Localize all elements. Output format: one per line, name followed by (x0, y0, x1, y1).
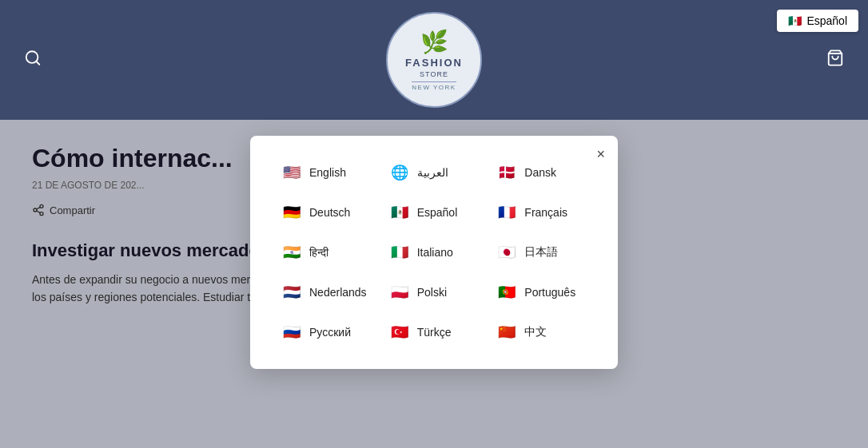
modal-close-button[interactable]: × (596, 147, 605, 161)
lang-flag-icon: 🇲🇽 (788, 14, 802, 27)
language-label: Русский (309, 326, 351, 339)
language-item[interactable]: 🇯🇵日本語 (491, 238, 592, 267)
flag-icon: 🇺🇸 (281, 161, 303, 184)
language-label: 中文 (524, 325, 547, 339)
flag-icon: 🇮🇳 (281, 241, 303, 264)
language-label: Français (524, 206, 567, 219)
flag-icon: 🇯🇵 (496, 241, 518, 264)
content-area: Cómo internac... 21 DE AGOSTO DE 202... … (0, 120, 868, 448)
language-item[interactable]: 🇵🇹Português (491, 278, 592, 307)
language-label: हिन्दी (309, 246, 328, 260)
language-label: Deutsch (309, 206, 350, 219)
language-label: Nederlands (309, 286, 367, 299)
logo-icon: 🌿 (420, 29, 448, 55)
language-item[interactable]: 🇲🇽Español (384, 198, 485, 227)
svg-line-1 (36, 61, 39, 65)
language-item[interactable]: 🌐العربية (384, 158, 485, 187)
language-label: Dansk (524, 166, 556, 179)
language-label: Español (417, 206, 458, 219)
flag-icon: 🇵🇹 (496, 281, 518, 303)
flag-icon: 🇹🇷 (388, 321, 411, 343)
language-item[interactable]: 🇩🇰Dansk (491, 158, 592, 187)
logo-name: FASHION (405, 57, 463, 69)
language-modal: × 🇺🇸English🌐العربية🇩🇰Dansk🇩🇪Deutsch🇲🇽Esp… (250, 136, 618, 369)
cart-icon[interactable] (826, 50, 844, 71)
flag-icon: 🇵🇱 (388, 281, 411, 303)
flag-icon: 🇫🇷 (496, 201, 518, 224)
language-item[interactable]: 🇮🇳हिन्दी (276, 238, 377, 267)
flag-icon: 🌐 (388, 161, 411, 184)
language-label: Türkçe (417, 326, 452, 339)
language-label: العربية (417, 166, 448, 179)
language-item[interactable]: 🇨🇳中文 (491, 318, 592, 347)
modal-overlay[interactable]: × 🇺🇸English🌐العربية🇩🇰Dansk🇩🇪Deutsch🇲🇽Esp… (0, 120, 868, 448)
flag-icon: 🇮🇹 (388, 241, 411, 264)
logo-location: NEW YORK (412, 81, 456, 91)
language-item[interactable]: 🇷🇺Русский (276, 318, 377, 347)
flag-icon: 🇩🇪 (281, 201, 303, 224)
language-item[interactable]: 🇵🇱Polski (384, 278, 485, 307)
search-icon[interactable] (24, 50, 42, 71)
language-button[interactable]: 🇲🇽 Español (777, 10, 858, 32)
language-item[interactable]: 🇮🇹Italiano (384, 238, 485, 267)
flag-icon: 🇷🇺 (281, 321, 303, 343)
language-label: Italiano (417, 246, 453, 259)
language-item[interactable]: 🇫🇷Français (491, 198, 592, 227)
logo-sub: STORE (420, 70, 448, 78)
language-label: English (309, 166, 346, 179)
logo: 🌿 FASHION STORE NEW YORK (386, 12, 482, 108)
lang-button-label: Español (806, 14, 847, 27)
language-item[interactable]: 🇳🇱Nederlands (276, 278, 377, 307)
language-item[interactable]: 🇩🇪Deutsch (276, 198, 377, 227)
language-grid: 🇺🇸English🌐العربية🇩🇰Dansk🇩🇪Deutsch🇲🇽Españ… (276, 158, 592, 347)
language-label: Polski (417, 286, 447, 299)
header: 🌿 FASHION STORE NEW YORK 🇲🇽 Español (0, 0, 868, 120)
flag-icon: 🇨🇳 (496, 321, 518, 343)
flag-icon: 🇲🇽 (388, 201, 411, 224)
language-item[interactable]: 🇺🇸English (276, 158, 377, 187)
language-label: Português (524, 286, 575, 299)
language-item[interactable]: 🇹🇷Türkçe (384, 318, 485, 347)
flag-icon: 🇩🇰 (496, 161, 518, 184)
language-label: 日本語 (524, 245, 558, 260)
flag-icon: 🇳🇱 (281, 281, 303, 303)
